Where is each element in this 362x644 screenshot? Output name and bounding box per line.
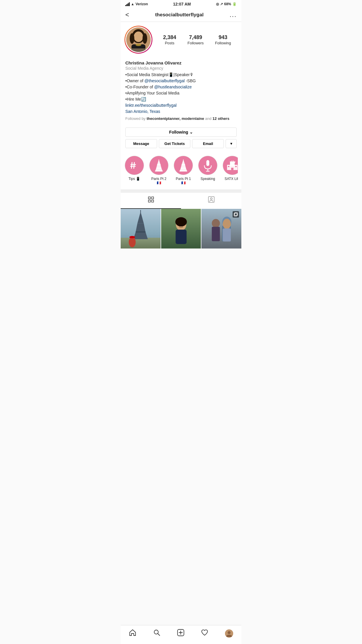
highlight-tips[interactable]: Tips 📱 — [124, 156, 145, 185]
highlight-label-paris1: Paris Pt 1 🇫🇷 — [173, 177, 194, 185]
svg-point-43 — [210, 198, 212, 200]
svg-point-53 — [129, 236, 135, 238]
eiffel-icon-2 — [178, 159, 189, 172]
website-link[interactable]: linktr.ee/thesocialbutterflygal — [125, 103, 177, 108]
carrier-label: Verizon — [136, 2, 148, 6]
message-button[interactable]: Message — [125, 139, 157, 148]
arrow-icon: ↗ — [220, 2, 223, 6]
photo-cell-3[interactable] — [201, 209, 241, 249]
bio-line4: •Amplifying Your Social Media — [125, 90, 237, 96]
stat-following[interactable]: 943 Following — [215, 34, 231, 45]
svg-rect-35 — [231, 168, 233, 170]
highlight-paris2[interactable]: Paris Pt 2 🇫🇷 — [149, 156, 169, 185]
profile-section: 2,384 Posts 7,489 Followers 943 Followin… — [121, 22, 241, 60]
highlight-circle-paris2 — [149, 156, 168, 175]
svg-marker-48 — [133, 232, 148, 239]
location-icon: ◎ — [216, 2, 219, 6]
svg-rect-64 — [223, 228, 231, 242]
status-right: ◎ ↗ 68% 🔋 — [216, 2, 237, 6]
handle-hustle[interactable]: @hustleandsocialize — [154, 85, 192, 89]
action-row: Message Get Tickets Email ▾ — [125, 139, 237, 148]
svg-rect-22 — [183, 160, 184, 162]
svg-point-3 — [130, 33, 134, 44]
svg-rect-24 — [181, 168, 186, 169]
section-divider — [121, 190, 241, 192]
highlight-speaking[interactable]: Speaking — [198, 156, 218, 185]
profile-username: thesocialbutterflygal — [155, 12, 203, 18]
svg-rect-15 — [159, 160, 159, 162]
svg-point-6 — [136, 44, 141, 46]
highlight-circle-speaking — [198, 156, 217, 175]
wifi-icon: ▲ — [131, 2, 134, 6]
bio-link-url: linktr.ee/thesocialbutterflygal — [125, 102, 237, 108]
status-time: 12:07 AM — [173, 2, 191, 6]
svg-rect-49 — [140, 210, 141, 213]
display-name: Christina Jovanna Olivarez — [125, 60, 237, 65]
status-left: ▲ Verizon — [125, 2, 148, 6]
svg-rect-16 — [157, 164, 161, 165]
dropdown-button[interactable]: ▾ — [226, 139, 237, 148]
more-options-button[interactable]: ... — [230, 11, 237, 19]
mic-icon — [202, 159, 214, 172]
svg-rect-34 — [234, 161, 235, 163]
avatar-ring-inner — [125, 27, 152, 53]
svg-rect-40 — [148, 200, 150, 202]
highlight-paris1[interactable]: Paris Pt 1 🇫🇷 — [173, 156, 194, 185]
back-button[interactable]: < — [125, 11, 129, 19]
bio-line2: •Owner of @thesocialbutterflygal -SBG — [125, 78, 237, 84]
highlights-section: Tips 📱 Paris Pt 2 🇫🇷 — [121, 151, 241, 190]
photo-cell-1[interactable] — [121, 209, 161, 249]
tab-grid[interactable] — [121, 192, 181, 209]
bio-location: San Antonio, Texas — [125, 108, 237, 115]
svg-rect-41 — [152, 200, 154, 202]
multi-post-icon — [233, 211, 239, 218]
svg-rect-26 — [206, 160, 209, 166]
svg-rect-33 — [233, 161, 234, 163]
avatar-wrapper[interactable] — [125, 27, 152, 53]
svg-point-63 — [223, 218, 231, 229]
highlight-circle-satx — [223, 156, 238, 175]
svg-rect-36 — [228, 166, 229, 167]
stats-row: 2,384 Posts 7,489 Followers 943 Followin… — [157, 34, 237, 45]
handle-sbg[interactable]: @thesocialbutterflygal — [145, 78, 185, 83]
svg-rect-32 — [231, 161, 232, 163]
bio-line1: •Social Media Strategist📱|Speaker🎙 — [125, 72, 237, 78]
svg-line-8 — [131, 162, 132, 168]
svg-point-59 — [212, 219, 220, 228]
stat-followers[interactable]: 7,489 Followers — [187, 34, 204, 45]
get-tickets-button[interactable]: Get Tickets — [159, 139, 191, 148]
highlight-label-paris2: Paris Pt 2 🇫🇷 — [149, 177, 169, 185]
posts-label: Posts — [165, 41, 175, 45]
svg-marker-47 — [136, 223, 145, 232]
photo-cell-2[interactable] — [161, 209, 201, 249]
highlights-row: Tips 📱 Paris Pt 2 🇫🇷 — [124, 156, 238, 185]
highlight-circle-paris1 — [174, 156, 193, 175]
status-bar: ▲ Verizon 12:07 AM ◎ ↗ 68% 🔋 — [121, 0, 241, 8]
svg-rect-37 — [235, 166, 237, 167]
highlight-label-speaking: Speaking — [201, 177, 215, 181]
content-tab-bar — [121, 192, 241, 209]
svg-point-51 — [129, 237, 136, 247]
svg-rect-50 — [136, 231, 145, 232]
bio-category: Social Media Agency — [125, 66, 237, 71]
tab-tagged[interactable] — [181, 192, 241, 209]
followers-label: Followers — [187, 41, 204, 45]
highlight-satx[interactable]: SATX Life — [222, 156, 238, 185]
nav-bar: < thesocialbutterflygal ... — [121, 8, 241, 22]
following-button[interactable]: Following ⌄ — [125, 127, 237, 137]
svg-rect-23 — [182, 164, 185, 165]
bio-line5: •Hire Me🔄 — [125, 96, 237, 102]
email-button[interactable]: Email — [192, 139, 224, 148]
highlight-circle-tips — [125, 156, 144, 175]
svg-rect-56 — [175, 230, 187, 244]
battery-level: 68% — [224, 2, 231, 6]
stat-posts[interactable]: 2,384 Posts — [163, 34, 176, 45]
svg-rect-45 — [121, 238, 161, 249]
posts-count: 2,384 — [163, 34, 176, 41]
svg-point-2 — [134, 32, 143, 42]
svg-rect-17 — [156, 168, 161, 169]
action-buttons: Following ⌄ Message Get Tickets Email ▾ — [121, 125, 241, 151]
svg-rect-61 — [212, 227, 220, 241]
avatar-ring — [124, 26, 152, 54]
following-count: 943 — [215, 34, 231, 41]
